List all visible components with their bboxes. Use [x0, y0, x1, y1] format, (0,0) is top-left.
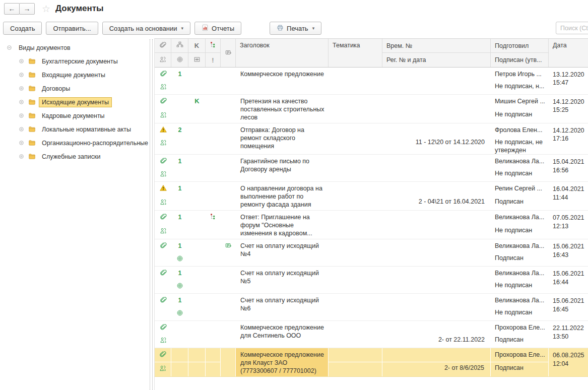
- column-header-archive-box[interactable]: [188, 53, 206, 67]
- column-header-temp-no[interactable]: Врем. №: [382, 39, 491, 53]
- column-header-hierarchy[interactable]: [171, 39, 188, 53]
- k-flag: [188, 155, 206, 168]
- registration-number: 2- от 22.11.2022: [382, 334, 491, 348]
- empty-cell: [171, 334, 188, 348]
- table-row[interactable]: 1Счет на оплату исходящий №6Великанова Л…: [155, 294, 588, 321]
- create-button[interactable]: Создать: [3, 22, 42, 35]
- column-header-route-tree[interactable]: [206, 39, 221, 53]
- empty-cell: [206, 95, 221, 109]
- prepared-by: Великанова Ла...: [491, 239, 549, 252]
- people-icon: [160, 83, 167, 92]
- folder-icon: [28, 98, 36, 106]
- registration-number: 2- от 8/6/2025: [382, 362, 491, 377]
- date-cell: 06.08.202512:04: [549, 348, 588, 376]
- create-based-on-button[interactable]: Создать на основании▾: [102, 22, 190, 35]
- k-flag: [188, 321, 206, 334]
- column-header-title[interactable]: Заголовок: [236, 39, 329, 67]
- table-row[interactable]: KПретензия на качество поставленных стро…: [155, 95, 588, 123]
- registration-number: 2 - 04\21 от 16.04.2021: [382, 196, 491, 211]
- column-header-prepared[interactable]: Подготовил: [491, 39, 549, 53]
- search-input[interactable]: [556, 22, 588, 34]
- table-row[interactable]: Коммерческое предложение для Клауст ЗАО …: [155, 348, 588, 377]
- date-value: 07.05.2021: [553, 214, 587, 222]
- column-header-reg-no[interactable]: Рег. № и дата: [382, 53, 491, 67]
- print-icon: [277, 24, 284, 33]
- tree-item[interactable]: Организационно-распорядительные док: [0, 136, 149, 150]
- people-cell: [155, 109, 171, 123]
- print-button[interactable]: Печать▾: [270, 22, 321, 35]
- time-value: 15:47: [553, 79, 587, 87]
- document-title: Коммерческое предложение: [236, 68, 329, 94]
- table-header: Заголовок Тематика Врем. № Рег. № и дата…: [155, 38, 588, 68]
- column-header-seal[interactable]: [171, 53, 188, 67]
- signed-status: Не подписан, не утвержден: [491, 137, 549, 154]
- paperclip-cell: [155, 155, 171, 168]
- table-row[interactable]: 1Гарантийное письмо по Договору арендыВе…: [155, 155, 588, 182]
- attachment-count: [171, 321, 188, 334]
- seal-icon: [176, 56, 183, 64]
- column-header-date[interactable]: Дата: [549, 39, 588, 67]
- people-cell: [155, 168, 171, 181]
- k-flag: [188, 68, 206, 81]
- paperclip-cell: [155, 239, 171, 252]
- date-cell: 22.11.202213:50: [549, 321, 588, 348]
- reports-button[interactable]: Отчеты: [194, 22, 241, 35]
- table-row[interactable]: 1Ответ: Приглашение на форум "Основные и…: [155, 211, 588, 239]
- date-value: 15.06.2021: [553, 270, 587, 278]
- tree-item[interactable]: Входящие документы: [0, 68, 149, 82]
- empty-cell: [221, 123, 236, 154]
- table-row[interactable]: Коммерческое предложение для Сентинель О…: [155, 321, 588, 348]
- temp-number: [382, 239, 491, 252]
- table-row[interactable]: 1Счет на оплату исходящий №5Великанова Л…: [155, 267, 588, 294]
- people-icon: [159, 365, 166, 373]
- panel-splitter[interactable]: [149, 39, 154, 390]
- route-tree-icon: [210, 41, 217, 50]
- attachment-count: [171, 348, 188, 362]
- empty-cell: [155, 307, 171, 320]
- tree-item[interactable]: Локальные нормативные акты: [0, 122, 149, 136]
- column-header-paperclip[interactable]: [155, 39, 171, 53]
- send-button[interactable]: Отправить...: [46, 22, 98, 35]
- prepared-by: Великанова Ла...: [491, 267, 549, 280]
- tree-item[interactable]: Кадровые документы: [0, 109, 149, 122]
- column-header-theme[interactable]: Тематика: [329, 39, 382, 67]
- people-icon: [160, 199, 167, 207]
- column-header-exclamation[interactable]: !: [206, 53, 221, 67]
- signed-status: Не подписан: [491, 225, 549, 239]
- column-header-signed[interactable]: Подписан (утв...: [491, 53, 549, 67]
- expand-circle-icon: [18, 112, 25, 119]
- tree-item[interactable]: Договоры: [0, 82, 149, 95]
- column-header-people[interactable]: [155, 53, 171, 67]
- column-header-letter-k[interactable]: K: [188, 39, 206, 53]
- time-value: 12:04: [553, 360, 587, 368]
- column-header-transfer-stack[interactable]: [221, 39, 236, 67]
- table-row[interactable]: 1Счет на оплату исходящий №4Великанова Л…: [155, 239, 588, 267]
- tree-item[interactable]: Служебные записки: [0, 150, 149, 163]
- theme-cell: [329, 95, 382, 109]
- empty-cell: [221, 348, 236, 376]
- date-value: 14.12.2020: [553, 126, 587, 135]
- empty-cell: [221, 267, 236, 293]
- table-row[interactable]: 1О направлении договора на выполнение ра…: [155, 182, 588, 211]
- theme-cell: [329, 239, 382, 252]
- tree-item[interactable]: Бухгалтерские документы: [0, 54, 149, 68]
- temp-number: [382, 123, 491, 137]
- empty-cell: [221, 321, 236, 348]
- table-row[interactable]: 1Коммерческое предложениеПетров Игорь ..…: [155, 68, 588, 95]
- tree-root-document-types[interactable]: Виды документов: [0, 41, 149, 54]
- prepared-by: Прохорова Еле...: [491, 321, 549, 334]
- registration-number: [382, 109, 491, 123]
- forward-button[interactable]: →: [19, 3, 35, 15]
- paperclip-cell: [155, 95, 171, 109]
- attachment-count: [171, 95, 188, 109]
- empty-cell: [171, 225, 188, 239]
- back-button[interactable]: ←: [4, 3, 20, 15]
- favorite-star-icon[interactable]: ☆: [42, 3, 50, 15]
- folder-icon: [28, 85, 36, 92]
- signed-status: Не подписан: [491, 280, 549, 293]
- tree-item[interactable]: Исходящие документы: [0, 95, 149, 109]
- empty-cell: [171, 168, 188, 181]
- empty-cell: [206, 267, 221, 280]
- table-row[interactable]: 2Отправка: Договор на ремонт складского …: [155, 123, 588, 155]
- empty-cell: [206, 348, 221, 362]
